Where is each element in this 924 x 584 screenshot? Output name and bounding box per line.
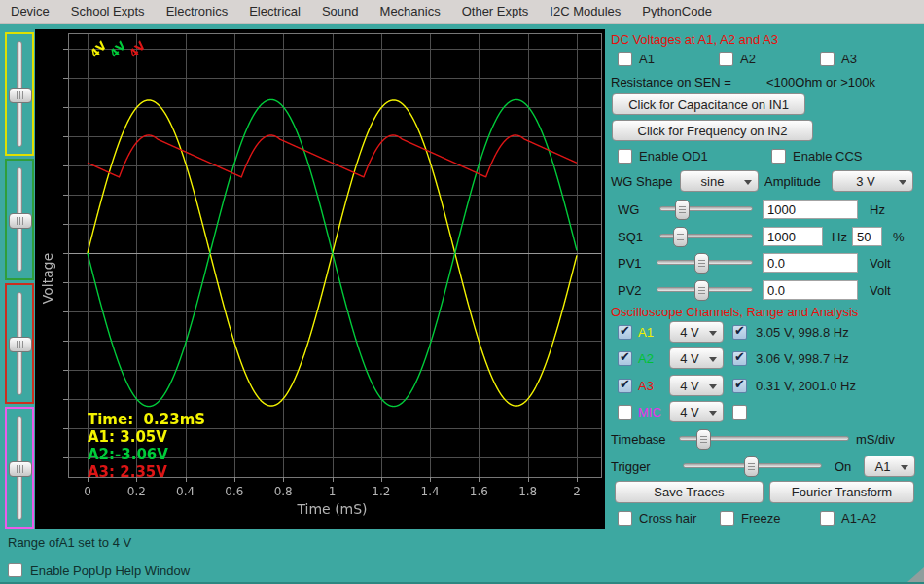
pv2-unit-label: Volt bbox=[870, 283, 891, 298]
control-panel: DC Voltages at A1, A2 and A3 A1 A2 A3 Re… bbox=[605, 29, 924, 529]
channel-mic-range-dropdown[interactable]: 4 V bbox=[669, 401, 724, 422]
channel-a1-label: A1 bbox=[638, 325, 654, 340]
menu-item-other-expts[interactable]: Other Expts bbox=[451, 0, 540, 23]
dc-a2-label: A2 bbox=[740, 52, 756, 66]
pv1-slider[interactable] bbox=[657, 260, 753, 265]
offset-slider-a2[interactable] bbox=[5, 159, 34, 280]
a1-minus-a2-checkbox[interactable] bbox=[820, 511, 835, 526]
channel-a2-enable-checkbox[interactable] bbox=[618, 351, 632, 366]
slider-thumb[interactable] bbox=[9, 337, 32, 352]
amplitude-dropdown[interactable]: 3 V bbox=[832, 170, 913, 192]
pv1-voltage-input[interactable] bbox=[763, 253, 858, 273]
wg-slider[interactable] bbox=[659, 206, 753, 211]
channel-a1-range-value: 4 V bbox=[680, 325, 713, 340]
chevron-down-icon bbox=[744, 180, 752, 185]
channel-a2-range-dropdown[interactable]: 4 V bbox=[669, 347, 724, 369]
timebase-slider[interactable] bbox=[679, 436, 849, 441]
channel-a2-reading: 3.06 V, 998.7 Hz bbox=[756, 351, 849, 366]
wg-label: WG bbox=[618, 202, 639, 217]
channel-a2-analyze-checkbox[interactable] bbox=[732, 351, 747, 366]
slider-thumb[interactable] bbox=[694, 280, 709, 301]
offset-slider-a1[interactable] bbox=[5, 32, 34, 156]
resize-grip[interactable] bbox=[907, 567, 924, 582]
freeze-label: Freeze bbox=[741, 511, 780, 526]
slider-thumb[interactable] bbox=[694, 253, 709, 274]
menu-item-pythoncode[interactable]: PythonCode bbox=[631, 0, 723, 23]
enable-od1-checkbox[interactable] bbox=[618, 149, 632, 164]
slider-thumb[interactable] bbox=[9, 461, 32, 477]
menu-item-mechanics[interactable]: Mechanics bbox=[370, 0, 451, 23]
sq1-label: SQ1 bbox=[618, 230, 643, 244]
trigger-source-dropdown[interactable]: A1 bbox=[864, 456, 915, 477]
cross-hair-checkbox[interactable] bbox=[618, 511, 632, 526]
offset-slider-mic[interactable] bbox=[5, 407, 34, 529]
pv2-slider[interactable] bbox=[657, 287, 753, 292]
channel-mic-label: MIC bbox=[638, 405, 661, 420]
dc-a1-checkbox[interactable] bbox=[618, 52, 632, 66]
wg-shape-label: WG Shape bbox=[611, 174, 673, 189]
slider-thumb[interactable] bbox=[9, 88, 32, 103]
freeze-checkbox[interactable] bbox=[720, 511, 734, 526]
channel-a3-enable-checkbox[interactable] bbox=[618, 379, 632, 393]
pv2-label: PV2 bbox=[618, 283, 642, 298]
wg-frequency-input[interactable] bbox=[763, 200, 858, 219]
channel-a3-range-value: 4 V bbox=[680, 379, 713, 393]
menu-item-electrical[interactable]: Electrical bbox=[238, 0, 311, 23]
menu-item-sound[interactable]: Sound bbox=[311, 0, 370, 23]
pv1-unit-label: Volt bbox=[870, 256, 891, 271]
menu-item-device[interactable]: Device bbox=[0, 0, 60, 23]
dc-a3-checkbox[interactable] bbox=[820, 52, 835, 66]
dc-a3-label: A3 bbox=[841, 52, 857, 66]
a1-minus-a2-label: A1-A2 bbox=[841, 511, 876, 526]
save-traces-button[interactable]: Save Traces bbox=[615, 481, 764, 503]
resistance-value: <100Ohm or >100k bbox=[766, 75, 875, 90]
slider-thumb[interactable] bbox=[673, 227, 688, 247]
trigger-slider[interactable] bbox=[683, 463, 822, 468]
sq1-slider[interactable] bbox=[659, 234, 753, 238]
channel-a1-reading: 3.05 V, 998.8 Hz bbox=[756, 325, 849, 340]
slider-thumb[interactable] bbox=[675, 200, 690, 220]
fourier-transform-button[interactable]: Fourier Transform bbox=[769, 481, 914, 503]
enable-ccs-checkbox[interactable] bbox=[771, 149, 786, 164]
chevron-down-icon bbox=[709, 357, 717, 362]
channel-a3-range-dropdown[interactable]: 4 V bbox=[669, 375, 724, 396]
amplitude-value: 3 V bbox=[856, 174, 889, 189]
offset-slider-a3[interactable] bbox=[5, 283, 34, 404]
trigger-label: Trigger bbox=[611, 459, 651, 474]
dc-voltages-title: DC Voltages at A1, A2 and A3 bbox=[611, 32, 778, 47]
slider-thumb[interactable] bbox=[696, 429, 711, 450]
oscilloscope-canvas[interactable] bbox=[35, 29, 605, 529]
chevron-down-icon bbox=[709, 411, 717, 416]
pv2-voltage-input[interactable] bbox=[763, 280, 858, 300]
slider-thumb[interactable] bbox=[9, 213, 32, 229]
menu-item-i2c-modules[interactable]: I2C Modules bbox=[539, 0, 631, 23]
slider-thumb[interactable] bbox=[744, 456, 759, 477]
status-message: Range ofA1 set to 4 V bbox=[8, 535, 131, 550]
channel-a1-analyze-checkbox[interactable] bbox=[732, 325, 747, 340]
channel-a3-reading: 0.31 V, 2001.0 Hz bbox=[756, 379, 856, 393]
amplitude-label: Amplitude bbox=[764, 174, 821, 189]
frequency-button[interactable]: Click for Frequency on IN2 bbox=[612, 120, 813, 141]
sq1-duty-unit-label: % bbox=[893, 230, 905, 244]
channel-mic-enable-checkbox[interactable] bbox=[618, 405, 632, 420]
channel-a1-enable-checkbox[interactable] bbox=[618, 325, 632, 340]
dc-a2-checkbox[interactable] bbox=[719, 52, 733, 66]
resistance-label: Resistance on SEN = bbox=[611, 75, 731, 90]
channel-a2-range-value: 4 V bbox=[680, 351, 713, 366]
menu-item-electronics[interactable]: Electronics bbox=[156, 0, 239, 23]
channel-a3-analyze-checkbox[interactable] bbox=[732, 379, 747, 393]
wg-shape-dropdown[interactable]: sine bbox=[680, 170, 759, 192]
popup-help-checkbox[interactable] bbox=[8, 563, 22, 577]
channel-a3-label: A3 bbox=[638, 379, 654, 393]
capacitance-button[interactable]: Click for Capacitance on IN1 bbox=[612, 93, 805, 115]
trigger-on-label: On bbox=[835, 459, 851, 474]
timebase-label: Timebase bbox=[611, 432, 666, 447]
chevron-down-icon bbox=[709, 384, 717, 389]
menu-item-school-expts[interactable]: School Expts bbox=[60, 0, 156, 23]
wg-unit-label: Hz bbox=[870, 202, 885, 217]
sq1-frequency-input[interactable] bbox=[763, 227, 823, 246]
channel-a1-range-dropdown[interactable]: 4 V bbox=[669, 321, 724, 343]
channel-mic-analyze-checkbox[interactable] bbox=[732, 405, 747, 420]
sq1-duty-input[interactable] bbox=[852, 227, 882, 246]
timebase-unit-label: mS/div bbox=[856, 432, 895, 447]
